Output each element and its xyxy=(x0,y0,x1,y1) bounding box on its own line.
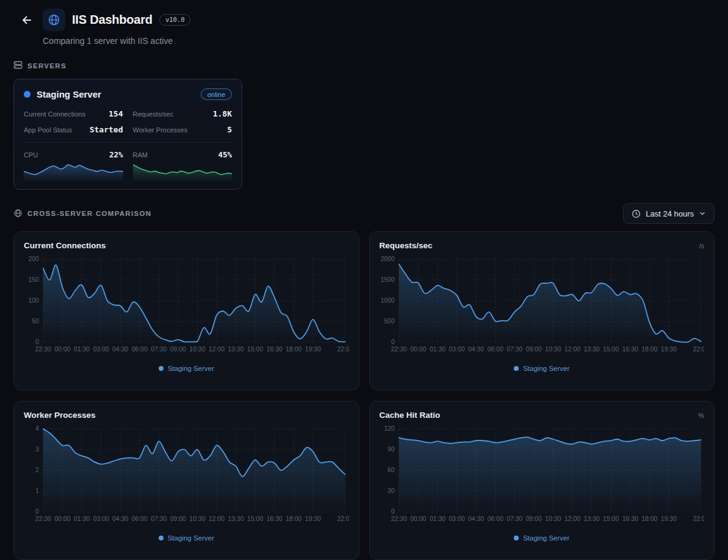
svg-text:19:30: 19:30 xyxy=(660,346,676,353)
time-range-dropdown[interactable]: Last 24 hours xyxy=(623,203,715,224)
back-button[interactable] xyxy=(16,10,38,32)
time-range-label: Last 24 hours xyxy=(646,209,694,218)
gauge-label: CPU xyxy=(24,151,38,159)
svg-text:200: 200 xyxy=(28,256,39,263)
svg-text:18:00: 18:00 xyxy=(641,515,657,522)
svg-text:18:00: 18:00 xyxy=(641,346,657,353)
stat-value: 5 xyxy=(227,125,232,134)
chart-canvas: 05010015020022:3000:0001:3003:0004:3006:… xyxy=(24,253,349,358)
svg-text:07:30: 07:30 xyxy=(506,346,522,353)
server-name: Staging Server xyxy=(37,89,101,99)
svg-text:2000: 2000 xyxy=(380,256,394,263)
chart-title: Cache Hit Ratio xyxy=(380,411,441,420)
chart-legend: Staging Server xyxy=(24,365,349,372)
stat-label: Worker Processes xyxy=(133,126,188,134)
svg-text:07:30: 07:30 xyxy=(151,515,167,522)
arrow-left-icon xyxy=(21,14,33,28)
svg-text:22:00: 22:00 xyxy=(693,515,704,522)
comparison-section-header: CROSS-SERVER COMPARISON xyxy=(13,209,151,219)
server-card-staging[interactable]: Staging Server online Current Connection… xyxy=(13,79,242,190)
svg-text:18:00: 18:00 xyxy=(286,346,301,353)
gauge-label: RAM xyxy=(133,151,148,159)
svg-text:03:00: 03:00 xyxy=(449,515,464,522)
svg-text:22:00: 22:00 xyxy=(337,346,348,353)
chart-card-worker-processes: Worker Processes 0123422:3000:0001:3003:… xyxy=(13,401,359,560)
legend-series-label: Staging Server xyxy=(523,365,569,372)
comparison-section-label: CROSS-SERVER COMPARISON xyxy=(27,210,151,217)
cpu-sparkline xyxy=(24,162,123,181)
svg-text:04:30: 04:30 xyxy=(468,515,484,522)
legend-dot-icon xyxy=(159,366,164,371)
stat-value: Started xyxy=(90,125,123,134)
stat-app-pool-status: App Pool Status Started xyxy=(24,125,123,134)
chart-unit: % xyxy=(698,412,704,419)
stat-value: 154 xyxy=(109,109,123,118)
chart-canvas: 030609012022:3000:0001:3003:0004:3006:00… xyxy=(380,423,705,528)
svg-text:1000: 1000 xyxy=(380,298,394,304)
svg-text:09:00: 09:00 xyxy=(170,346,186,353)
svg-text:19:30: 19:30 xyxy=(660,515,676,522)
svg-text:50: 50 xyxy=(32,318,39,325)
legend-series-label: Staging Server xyxy=(168,534,214,542)
svg-text:90: 90 xyxy=(387,447,395,453)
version-badge: v10.0 xyxy=(159,14,191,26)
svg-text:00:00: 00:00 xyxy=(54,346,70,353)
server-stats: Current Connections 154 Requests/sec 1.8… xyxy=(24,109,232,134)
svg-text:15:00: 15:00 xyxy=(247,515,263,522)
svg-text:13:30: 13:30 xyxy=(228,346,244,353)
svg-text:16:30: 16:30 xyxy=(622,515,638,522)
chart-unit: /s xyxy=(699,242,704,249)
svg-text:3: 3 xyxy=(35,447,39,453)
svg-text:12:00: 12:00 xyxy=(564,346,580,353)
svg-text:07:30: 07:30 xyxy=(506,515,522,522)
svg-text:15:00: 15:00 xyxy=(603,346,619,353)
svg-text:03:00: 03:00 xyxy=(93,515,109,522)
svg-text:13:30: 13:30 xyxy=(583,346,599,353)
stat-value: 1.8K xyxy=(213,109,232,118)
svg-text:00:00: 00:00 xyxy=(410,515,426,522)
svg-text:1: 1 xyxy=(35,488,39,495)
chart-title: Current Connections xyxy=(24,241,106,250)
chart-card-requests-per-sec: Requests/sec /s 050010001500200022:3000:… xyxy=(369,231,715,390)
stat-current-connections: Current Connections 154 xyxy=(24,109,123,118)
page-header: IIS Dashboard v10.0 Comparing 1 server w… xyxy=(0,0,728,46)
svg-text:60: 60 xyxy=(387,467,395,474)
globe-app-icon xyxy=(43,9,65,31)
servers-section-header: SERVERS xyxy=(13,60,728,71)
ram-gauge: RAM 45% xyxy=(133,150,232,181)
stat-label: Current Connections xyxy=(24,110,85,118)
stat-label: Requests/sec xyxy=(133,110,174,118)
svg-text:09:00: 09:00 xyxy=(170,515,186,522)
svg-text:01:30: 01:30 xyxy=(429,346,445,353)
svg-text:09:00: 09:00 xyxy=(525,515,541,522)
svg-text:06:00: 06:00 xyxy=(487,515,503,522)
svg-text:12:00: 12:00 xyxy=(209,346,225,353)
chart-legend: Staging Server xyxy=(380,534,705,542)
stat-requests-per-sec: Requests/sec 1.8K xyxy=(133,109,232,118)
svg-text:01:30: 01:30 xyxy=(429,515,445,522)
svg-text:150: 150 xyxy=(28,277,39,284)
page-title: IIS Dashboard xyxy=(72,13,153,27)
svg-text:2: 2 xyxy=(35,467,39,474)
svg-text:07:30: 07:30 xyxy=(151,346,167,353)
svg-text:12:00: 12:00 xyxy=(209,515,225,522)
svg-text:10:30: 10:30 xyxy=(189,346,205,353)
svg-text:16:30: 16:30 xyxy=(267,515,283,522)
legend-dot-icon xyxy=(159,536,164,540)
servers-icon xyxy=(13,60,23,71)
gauge-value: 22% xyxy=(109,150,123,159)
svg-text:10:30: 10:30 xyxy=(189,515,205,522)
chart-card-cache-hit-ratio: Cache Hit Ratio % 030609012022:3000:0001… xyxy=(369,401,715,560)
svg-text:00:00: 00:00 xyxy=(410,346,426,353)
svg-text:22:30: 22:30 xyxy=(35,515,51,522)
svg-text:22:30: 22:30 xyxy=(391,346,406,353)
ram-sparkline xyxy=(133,162,232,181)
legend-series-label: Staging Server xyxy=(168,365,214,372)
svg-text:19:30: 19:30 xyxy=(305,346,321,353)
status-dot-icon xyxy=(24,91,31,98)
stat-worker-processes: Worker Processes 5 xyxy=(133,125,232,134)
stat-label: App Pool Status xyxy=(24,126,72,134)
svg-text:19:30: 19:30 xyxy=(305,515,321,522)
svg-text:30: 30 xyxy=(387,488,395,495)
svg-text:04:30: 04:30 xyxy=(112,515,128,522)
